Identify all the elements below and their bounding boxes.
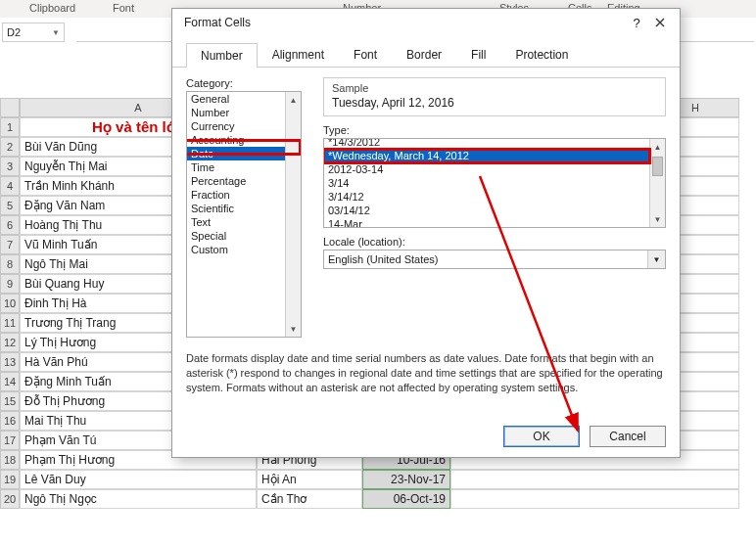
category-item[interactable]: Special xyxy=(187,229,301,243)
locale-dropdown[interactable]: English (United States) ▼ xyxy=(323,250,666,269)
scrollbar[interactable]: ▲ ▼ xyxy=(649,139,665,227)
tab-protection[interactable]: Protection xyxy=(500,42,583,67)
format-description: Date formats display date and time seria… xyxy=(186,338,666,395)
row-header[interactable]: 7 xyxy=(0,235,20,254)
tab-number[interactable]: Number xyxy=(186,43,258,68)
locale-label: Locale (location): xyxy=(323,236,666,248)
ok-button[interactable]: OK xyxy=(503,426,580,447)
row-header[interactable]: 11 xyxy=(0,313,20,333)
row-header[interactable]: 20 xyxy=(0,489,20,509)
cell-date[interactable]: 06-Oct-19 xyxy=(362,489,450,509)
row-header[interactable]: 4 xyxy=(0,176,20,196)
category-item[interactable]: Time xyxy=(187,160,301,174)
row-header[interactable]: 16 xyxy=(0,411,20,431)
category-item[interactable]: Scientific xyxy=(187,202,301,215)
type-item[interactable]: *14/3/2012 xyxy=(324,138,665,149)
tab-border[interactable]: Border xyxy=(392,42,456,67)
sample-value: Tuesday, April 12, 2016 xyxy=(332,96,657,110)
chevron-down-icon: ▼ xyxy=(647,250,665,268)
category-item[interactable]: Accounting xyxy=(187,133,301,147)
type-label: Type: xyxy=(323,124,666,136)
row-header[interactable]: 5 xyxy=(0,196,20,215)
category-listbox[interactable]: GeneralNumberCurrencyAccountingDateTimeP… xyxy=(186,91,302,338)
type-item[interactable]: 14-Mar xyxy=(324,217,665,228)
row-header[interactable]: 14 xyxy=(0,372,20,391)
category-label: Category: xyxy=(186,77,309,89)
type-item[interactable]: 3/14/12 xyxy=(324,190,665,204)
cell-name[interactable]: Ngô Thị Ngọc xyxy=(20,489,257,509)
category-item[interactable]: General xyxy=(187,92,301,106)
category-item[interactable]: Currency xyxy=(187,119,301,133)
scroll-down-icon[interactable]: ▼ xyxy=(286,321,301,337)
row-header[interactable]: 19 xyxy=(0,470,20,489)
row-header[interactable]: 10 xyxy=(0,294,20,313)
tab-alignment[interactable]: Alignment xyxy=(258,42,339,67)
dialog-titlebar: Format Cells ? xyxy=(172,9,680,36)
cell-city[interactable]: Cần Thơ xyxy=(257,489,362,509)
type-item[interactable]: *Wednesday, March 14, 2012 xyxy=(324,149,665,162)
cell-city[interactable]: Hội An xyxy=(257,470,362,489)
category-item[interactable]: Text xyxy=(187,215,301,229)
ribbon-label-font: Font xyxy=(113,2,134,14)
category-item[interactable]: Number xyxy=(187,106,301,119)
cell-date[interactable]: 23-Nov-17 xyxy=(362,470,450,489)
dialog-title: Format Cells xyxy=(180,16,625,29)
row-header[interactable]: 2 xyxy=(0,137,20,157)
scroll-thumb[interactable] xyxy=(652,157,663,176)
row-header[interactable]: 15 xyxy=(0,391,20,411)
scrollbar[interactable]: ▲ ▼ xyxy=(285,92,301,337)
name-box-value: D2 xyxy=(7,26,21,38)
chevron-down-icon: ▼ xyxy=(52,28,60,37)
type-item[interactable]: 3/14 xyxy=(324,176,665,190)
cancel-button[interactable]: Cancel xyxy=(590,426,666,447)
close-button[interactable] xyxy=(648,11,672,34)
row-header[interactable]: 8 xyxy=(0,254,20,274)
ribbon-label-clipboard: Clipboard xyxy=(29,2,75,14)
type-item[interactable]: 03/14/12 xyxy=(324,204,665,217)
row-header[interactable]: 17 xyxy=(0,431,20,450)
category-item[interactable]: Percentage xyxy=(187,174,301,188)
close-icon xyxy=(655,18,665,27)
type-item[interactable]: 2012-03-14 xyxy=(324,162,665,176)
row-header[interactable]: 1 xyxy=(0,117,20,137)
cell-name[interactable]: Lê Văn Duy xyxy=(20,470,257,489)
tab-font[interactable]: Font xyxy=(339,42,392,67)
scroll-down-icon[interactable]: ▼ xyxy=(650,211,665,227)
name-box[interactable]: D2 ▼ xyxy=(2,23,65,42)
row-header[interactable]: 12 xyxy=(0,333,20,352)
locale-value: English (United States) xyxy=(328,253,439,265)
format-cells-dialog: Format Cells ? Number Alignment Font Bor… xyxy=(171,8,681,458)
scroll-up-icon[interactable]: ▲ xyxy=(650,139,665,155)
type-listbox[interactable]: *14/3/2012*Wednesday, March 14, 20122012… xyxy=(323,138,666,228)
row-header[interactable]: 9 xyxy=(0,274,20,294)
category-item[interactable]: Fraction xyxy=(187,188,301,202)
cell-blank[interactable] xyxy=(450,470,739,489)
row-header[interactable]: 18 xyxy=(0,450,20,470)
row-header[interactable]: 3 xyxy=(0,157,20,176)
sample-box: Sample Tuesday, April 12, 2016 xyxy=(323,77,666,116)
category-item[interactable]: Date xyxy=(187,147,301,160)
scroll-up-icon[interactable]: ▲ xyxy=(286,92,301,108)
help-button[interactable]: ? xyxy=(625,11,648,34)
dialog-tabs: Number Alignment Font Border Fill Protec… xyxy=(172,36,680,68)
tab-fill[interactable]: Fill xyxy=(456,42,500,67)
row-header[interactable]: 13 xyxy=(0,352,20,372)
sample-label: Sample xyxy=(332,82,657,94)
select-all-corner[interactable] xyxy=(0,98,20,117)
row-header[interactable]: 6 xyxy=(0,215,20,235)
cell-blank[interactable] xyxy=(450,489,739,509)
category-item[interactable]: Custom xyxy=(187,243,301,256)
